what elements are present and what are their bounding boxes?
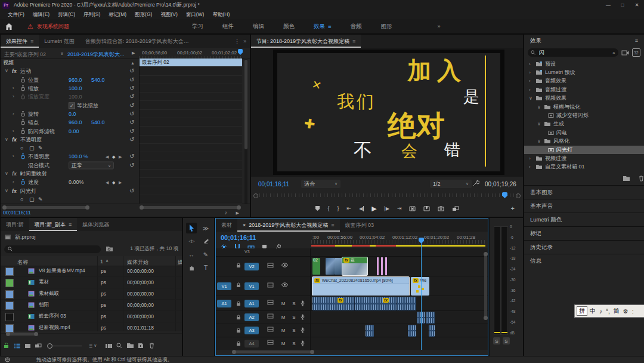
clip-a3-audio[interactable] <box>366 325 374 337</box>
tree-bin-video-transitions[interactable]: ›视频过渡 <box>524 154 644 162</box>
project-search-box[interactable] <box>4 245 101 253</box>
track-target-a1[interactable]: A1 <box>244 300 259 307</box>
twirl-icon[interactable]: › <box>529 156 533 161</box>
tab-audio-clip-mixer[interactable]: 音频剪辑混合器: 2018-2019学风表彰大会视频定稿 <box>80 35 199 48</box>
value[interactable]: 100.0 % <box>69 154 88 159</box>
clip-a2-audio[interactable] <box>426 312 435 324</box>
workspace-overflow-icon[interactable]: » <box>437 23 440 29</box>
twirl-icon[interactable]: › <box>13 154 14 159</box>
ec-row-scale-width[interactable]: › 缩放宽度 100.0 ↺ <box>1 93 139 101</box>
stopwatch-icon-active[interactable] <box>20 153 26 159</box>
tree-bin-generate[interactable]: ∨生成 <box>524 120 644 128</box>
sync-lock-icon[interactable] <box>267 282 274 288</box>
mute-button[interactable]: M <box>279 327 287 334</box>
clip-a1-audio[interactable]: fx fx <box>312 297 416 310</box>
menu-item[interactable]: 文件(F) <box>4 11 29 19</box>
reset-icon[interactable]: ↺ <box>129 68 134 74</box>
voiceover-mic-icon[interactable] <box>301 340 305 346</box>
ec-group-time-remap[interactable]: ∨ fx 时间重映射 <box>1 170 139 178</box>
menu-item[interactable]: 剪辑(C) <box>54 11 79 19</box>
effects-search-input[interactable] <box>538 49 610 56</box>
mark-in-icon[interactable]: { <box>328 205 330 211</box>
workspace-tab-learning[interactable]: 学习 <box>182 19 213 33</box>
ec-row-speed[interactable]: › 速度 0.00% ◀ ◆ ▶ <box>1 178 139 186</box>
ruler-zoom-handle-left[interactable] <box>253 193 258 198</box>
minimize-button[interactable]: — <box>601 0 615 10</box>
clip-v2-thumbnail[interactable] <box>326 258 335 275</box>
twirl-icon[interactable]: ∨ <box>5 69 8 73</box>
twirl-icon[interactable]: ∨ <box>537 121 541 127</box>
writable-lock-icon[interactable] <box>1 340 11 351</box>
find-icon[interactable] <box>114 340 125 351</box>
panel-more-icon[interactable]: ⋮ <box>234 38 240 44</box>
clear-search-icon[interactable]: × <box>612 50 615 56</box>
label-color-chip[interactable] <box>5 302 14 310</box>
twirl-icon[interactable]: › <box>13 86 14 91</box>
uniform-scale-checkbox[interactable]: ✓ <box>69 102 75 109</box>
item-name[interactable]: 素材截取 <box>39 290 59 297</box>
add-keyframe-icon[interactable]: ◆ <box>112 155 115 159</box>
side-panel-header[interactable]: 基本图形 <box>524 185 644 199</box>
ime-item[interactable]: ♪ <box>598 308 603 315</box>
ime-item[interactable]: ⚙ <box>622 308 630 315</box>
playback-resolution-dropdown[interactable]: 1/2∨ <box>430 180 472 188</box>
label-color-chip[interactable] <box>5 290 14 299</box>
twirl-icon[interactable]: ∨ <box>5 189 8 193</box>
item-name[interactable]: 素材 <box>39 279 49 286</box>
side-panel-header[interactable]: 标记 <box>524 226 644 240</box>
zoom-level-dropdown[interactable]: 适合∨ <box>301 180 340 188</box>
value-y[interactable]: 540.0 <box>91 77 105 82</box>
sync-lock-icon[interactable] <box>267 300 274 305</box>
ime-item[interactable]: 拼 <box>577 306 587 316</box>
step-back-icon[interactable]: ◀ <box>359 206 364 211</box>
track-output-eye-icon[interactable] <box>281 282 288 287</box>
rect-mask-icon[interactable]: ▢ <box>29 196 35 202</box>
next-keyframe-icon[interactable]: ▶ <box>119 180 122 184</box>
label-color-chip[interactable] <box>5 279 14 287</box>
stopwatch-icon[interactable] <box>20 111 26 117</box>
value[interactable]: 0.00 <box>69 128 79 134</box>
item-name[interactable]: V8 如果青春MV.mp4 <box>39 267 85 275</box>
twirl-icon[interactable]: ∨ <box>529 96 533 101</box>
twirl-icon[interactable]: › <box>529 78 533 84</box>
stopwatch-icon[interactable] <box>20 77 26 83</box>
settings-wrench-icon[interactable] <box>473 180 479 186</box>
side-panel-header[interactable]: 基本声音 <box>524 199 644 213</box>
menu-item[interactable]: 图形(G) <box>131 11 156 19</box>
tree-bin-custom[interactable]: ›自定义素材箱 01 <box>524 163 644 171</box>
ec-timecode[interactable]: 00;01;16;11 <box>3 210 31 216</box>
solo-button[interactable]: S <box>290 327 298 334</box>
column-sort-number[interactable]: 1 <box>100 259 103 264</box>
workspace-tab-editing[interactable]: 编辑 <box>243 19 274 33</box>
close-tab-icon[interactable]: × <box>243 222 246 228</box>
tree-bin-audio-effects[interactable]: ›音频效果 <box>524 77 644 85</box>
menu-item[interactable]: 帮助(H) <box>208 11 234 19</box>
ec-row-position[interactable]: 位置 960.0 540.0 ↺ <box>1 76 139 84</box>
add-keyframe-icon[interactable]: ◆ <box>112 180 115 184</box>
menu-item[interactable]: 编辑(E) <box>29 11 54 19</box>
search-bin-icon[interactable] <box>106 246 113 252</box>
next-keyframe-icon[interactable]: ▶ <box>119 155 122 159</box>
project-item-zhaoyang[interactable]: 朝阳 ps 00;00;00;00 <box>1 300 182 311</box>
workspace-tab-effects[interactable]: 效果≡ <box>304 19 341 33</box>
twirl-icon[interactable]: › <box>529 61 533 67</box>
track-target-v2[interactable]: V2 <box>244 263 259 270</box>
track-target-a4[interactable]: A4 <box>244 340 259 347</box>
goto-out-icon[interactable]: ⇥ <box>397 205 402 211</box>
clear-trash-icon[interactable] <box>146 340 157 351</box>
project-item-v8mv[interactable]: V8 如果青春MV.mp4 ps 00:00:00:00 <box>1 266 182 277</box>
pen-mask-icon[interactable]: ✎ <box>38 146 43 151</box>
ec-group-opacity[interactable]: ∨ fx 不透明度 ↺ <box>1 136 139 144</box>
ec-row-antiflicker[interactable]: › 防闪烁滤镜 0.00 ↺ <box>1 127 139 135</box>
tree-bin-video-effects[interactable]: ∨视频效果 <box>524 94 644 103</box>
new-bin-icon[interactable] <box>125 340 135 351</box>
timeline-horizontal-scrollbar[interactable] <box>234 350 312 353</box>
button-editor-plus-icon[interactable]: + <box>511 205 515 212</box>
ec-row-uniform-scale[interactable]: ✓ 等比缩放 ↺ <box>1 101 139 109</box>
twirl-icon[interactable]: › <box>13 94 14 99</box>
reset-icon[interactable]: ↺ <box>129 188 134 194</box>
project-item-sucai[interactable]: 素材 ps 00;00;00;00 <box>1 277 182 288</box>
system-issue-warning[interactable]: 发现系统问题 <box>37 23 69 30</box>
stopwatch-icon[interactable] <box>20 128 26 134</box>
twirl-icon[interactable]: › <box>529 87 533 93</box>
